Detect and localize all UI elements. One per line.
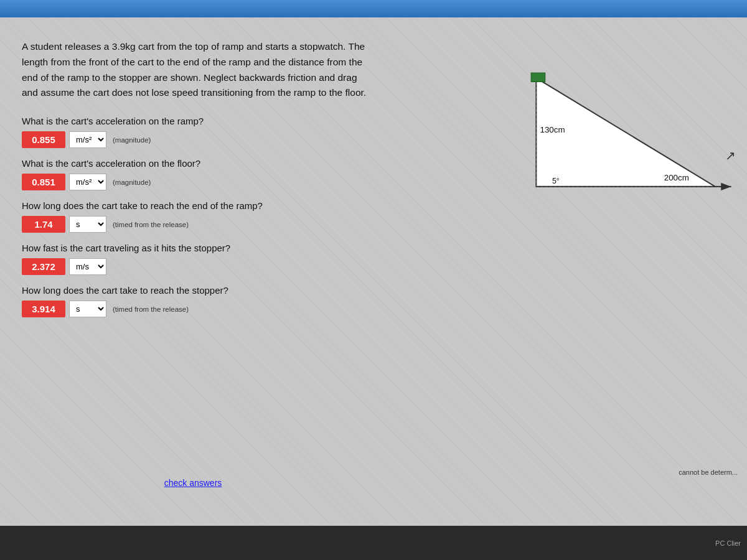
unit-select-1[interactable]: m/s² m/s s [69, 131, 106, 148]
hint-5: (timed from the release) [113, 306, 189, 313]
answer-box-4: 2.372 [22, 258, 65, 275]
question-5-label: How long does the cart take to reach the… [22, 284, 367, 297]
question-2-label: What is the cart's acceleration on the f… [22, 157, 367, 170]
unit-select-2[interactable]: m/s² m/s s [69, 174, 106, 190]
unit-select-3[interactable]: s m/s² m/s [69, 216, 106, 233]
question-5-row: 3.914 s m/s² m/s (timed from the release… [22, 301, 367, 317]
question-3-label: How long does the cart take to reach the… [22, 199, 367, 212]
answer-box-3: 1.74 [22, 216, 65, 233]
taskbar-icons: PC Clier [715, 539, 741, 547]
unit-select-4[interactable]: m/s m/s² s [69, 258, 106, 275]
answer-box-2: 0.851 [22, 174, 65, 190]
cannot-determine-text: cannot be determ... [679, 469, 738, 476]
answer-box-1: 0.855 [22, 131, 65, 148]
check-answers-container: check answers [164, 472, 222, 488]
question-1-label: What is the cart's acceleration on the r… [22, 114, 367, 128]
question-4: How fast is the cart traveling as it hit… [22, 241, 367, 275]
answer-box-5: 3.914 [22, 301, 65, 317]
question-3: How long does the cart take to reach the… [22, 199, 367, 233]
problem-text: A student releases a 3.9kg cart from the… [22, 39, 367, 101]
question-3-row: 1.74 s m/s² m/s (timed from the release) [22, 216, 367, 233]
bottom-bar: PC Clier [0, 526, 747, 560]
check-answers-button[interactable]: check answers [164, 478, 222, 488]
unit-select-5[interactable]: s m/s² m/s [69, 301, 106, 317]
cursor-icon: ↗ [725, 148, 736, 163]
question-4-row: 2.372 m/s m/s² s [22, 258, 367, 275]
question-5: How long does the cart take to reach the… [22, 284, 367, 317]
question-2: What is the cart's acceleration on the f… [22, 157, 367, 190]
hint-2: (magnitude) [113, 179, 151, 186]
hint-3: (timed from the release) [113, 221, 189, 228]
question-1-row: 0.855 m/s² m/s s (magnitude) [22, 131, 367, 148]
question-2-row: 0.851 m/s² m/s s (magnitude) [22, 174, 367, 190]
svg-text:130cm: 130cm [540, 125, 565, 134]
hint-1: (magnitude) [113, 136, 151, 144]
main-content: A student releases a 3.9kg cart from the… [0, 17, 747, 526]
question-4-label: How fast is the cart traveling as it hit… [22, 241, 367, 254]
top-bar [0, 0, 747, 17]
svg-text:200cm: 200cm [664, 173, 689, 182]
ramp-diagram: 130cm 5° 200cm [504, 55, 741, 229]
svg-rect-1 [531, 73, 545, 82]
left-panel: A student releases a 3.9kg cart from the… [0, 17, 386, 526]
taskbar-text: PC Clier [715, 539, 741, 547]
svg-text:5°: 5° [552, 177, 560, 185]
question-1: What is the cart's acceleration on the r… [22, 114, 367, 148]
right-panel: 130cm 5° 200cm cannot be determ... ↗ [386, 17, 747, 526]
